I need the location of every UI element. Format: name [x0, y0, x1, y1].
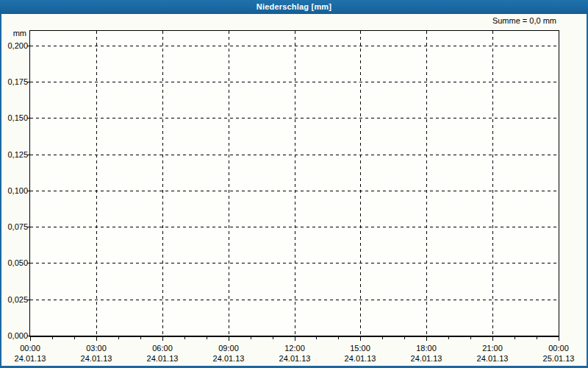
x-axis-minor-tick [184, 337, 185, 339]
x-gridline [426, 31, 427, 336]
x-tick-date-label: 24.01.13 [81, 354, 112, 363]
y-axis-tick [27, 336, 29, 336]
y-axis-tick [27, 300, 29, 300]
x-axis-major-tick [229, 337, 229, 341]
y-axis-unit-label: mm [13, 29, 26, 38]
x-axis-major-tick [30, 337, 31, 341]
x-axis-minor-tick [118, 337, 119, 339]
y-axis-tick [27, 191, 29, 191]
x-gridline [492, 31, 493, 336]
y-tick-label: 0,150 [7, 113, 28, 123]
x-tick-time-label: 09:00 [218, 344, 239, 353]
x-axis-minor-tick [316, 337, 317, 339]
x-axis-major-tick [96, 337, 97, 341]
x-axis-major-tick [426, 337, 427, 341]
x-tick-date-label: 24.01.13 [213, 354, 245, 363]
x-axis-minor-tick [251, 337, 251, 339]
chart-title: Niederschlag [mm] [0, 0, 588, 14]
x-tick-time-label: 03:00 [86, 344, 107, 353]
x-gridline [229, 31, 229, 336]
x-tick-date-label: 24.01.13 [147, 354, 179, 363]
x-axis-minor-tick [404, 337, 405, 339]
y-axis-tick [27, 82, 29, 82]
x-tick-date-label: 24.01.13 [15, 354, 46, 363]
x-tick-time-label: 15:00 [350, 344, 370, 353]
x-axis-minor-tick [52, 337, 53, 339]
x-axis-major-tick [492, 337, 493, 341]
y-tick-label: 0,025 [7, 295, 28, 305]
x-axis-minor-tick [470, 337, 471, 339]
y-tick-label: 0,125 [7, 150, 28, 160]
x-axis-minor-tick [514, 337, 515, 339]
x-gridline [162, 31, 163, 336]
x-axis-major-tick [559, 337, 559, 341]
x-tick-time-label: 18:00 [416, 344, 437, 353]
x-tick-time-label: 12:00 [284, 344, 305, 353]
x-axis-minor-tick [382, 337, 383, 339]
x-tick-date-label: 24.01.13 [279, 354, 311, 363]
x-tick-time-label: 06:00 [152, 344, 173, 353]
x-tick-time-label: 00:00 [548, 344, 569, 353]
x-axis-minor-tick [273, 337, 273, 339]
y-axis-tick [27, 263, 29, 263]
x-axis-major-tick [360, 337, 361, 341]
x-axis-minor-tick [537, 337, 537, 339]
y-tick-label: 0,175 [7, 77, 28, 87]
x-axis-minor-tick [207, 337, 207, 339]
y-tick-label: 0,200 [7, 41, 28, 51]
x-tick-date-label: 24.01.13 [477, 354, 509, 363]
y-tick-label: 0,075 [7, 222, 28, 232]
y-tick-label: 0,000 [7, 331, 28, 341]
x-axis-minor-tick [74, 337, 75, 339]
x-axis-minor-tick [448, 337, 449, 339]
x-tick-date-label: 24.01.13 [411, 354, 442, 363]
x-tick-date-label: 25.01.13 [543, 354, 575, 363]
y-axis-tick [27, 155, 29, 155]
y-tick-label: 0,050 [7, 258, 28, 268]
page-border-left [0, 0, 1, 368]
x-tick-date-label: 24.01.13 [345, 354, 376, 363]
x-tick-time-label: 21:00 [482, 344, 503, 353]
x-axis-major-tick [162, 337, 163, 341]
x-gridline [96, 31, 97, 336]
x-axis-minor-tick [338, 337, 339, 339]
y-axis-tick [27, 118, 29, 118]
sum-annotation: Summe = 0,0 mm [492, 16, 556, 26]
x-tick-time-label: 00:00 [20, 344, 40, 353]
x-axis-minor-tick [140, 337, 141, 339]
y-axis-tick [27, 227, 29, 227]
y-axis-tick [27, 46, 29, 46]
x-gridline [360, 31, 361, 336]
plot-area [29, 30, 559, 337]
x-axis-major-tick [295, 337, 295, 341]
y-tick-label: 0,100 [7, 186, 28, 196]
chart-title-bar: Niederschlag [mm] [0, 0, 588, 14]
x-gridline [295, 31, 295, 336]
